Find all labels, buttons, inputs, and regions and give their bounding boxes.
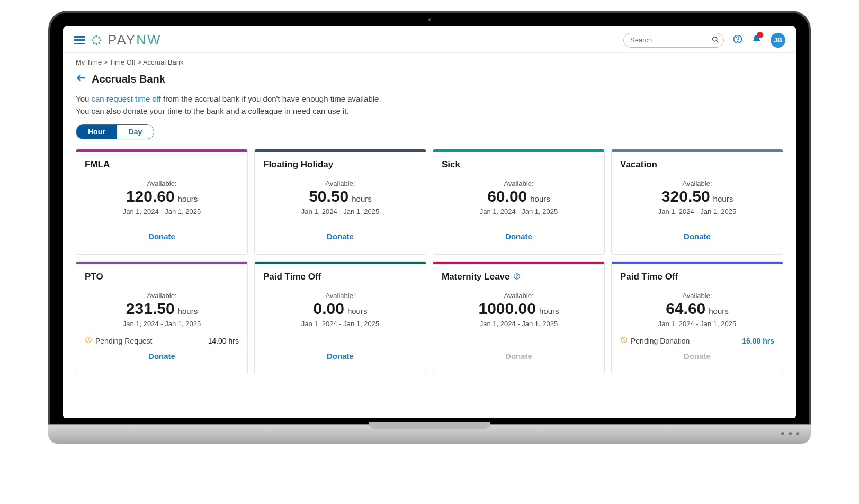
- svg-point-0: [95, 35, 97, 37]
- accrual-card-floating: Floating HolidayAvailable:50.50hoursJan …: [254, 149, 426, 255]
- donate-link[interactable]: Donate: [148, 232, 175, 241]
- available-value: 120.60: [126, 187, 175, 205]
- svg-point-6: [93, 42, 95, 44]
- bell-icon[interactable]: [751, 34, 762, 47]
- available-unit: hours: [713, 194, 733, 203]
- svg-point-8: [713, 37, 717, 41]
- donate-link[interactable]: Donate: [505, 232, 532, 241]
- accrual-period: Jan 1, 2024 - Jan 1, 2025: [620, 208, 774, 215]
- search-input[interactable]: [623, 33, 724, 48]
- accrual-card-maternity: Maternity Leave Available:1000.00hoursJa…: [433, 261, 605, 374]
- available-unit: hours: [539, 307, 559, 316]
- logo-pay: PAY: [108, 32, 136, 48]
- available-label: Available:: [442, 292, 596, 300]
- available-unit: hours: [178, 194, 198, 203]
- clock-icon: [620, 336, 628, 345]
- accrual-period: Jan 1, 2024 - Jan 1, 2025: [85, 208, 239, 215]
- request-time-off-link[interactable]: can request time off: [91, 94, 160, 103]
- available-value: 320.50: [661, 187, 710, 205]
- available-unit: hours: [178, 307, 198, 316]
- available-label: Available:: [620, 292, 774, 300]
- help-icon[interactable]: [732, 34, 743, 47]
- svg-point-4: [93, 37, 95, 39]
- donate-link: Donate: [505, 352, 532, 361]
- accrual-period: Jan 1, 2024 - Jan 1, 2025: [442, 208, 596, 215]
- donate-link[interactable]: Donate: [148, 352, 175, 361]
- accrual-card-vacation: VacationAvailable:320.50hoursJan 1, 2024…: [611, 149, 783, 255]
- pending-label: Pending Donation: [631, 337, 690, 345]
- accrual-grid: FMLAAvailable:120.60hoursJan 1, 2024 - J…: [76, 149, 783, 374]
- available-label: Available:: [85, 179, 239, 187]
- search-icon[interactable]: [711, 35, 720, 46]
- pending-row: Pending Request14.00 hrs: [85, 336, 239, 345]
- clock-icon: [85, 336, 92, 345]
- avatar[interactable]: JB: [771, 33, 785, 48]
- available-label: Available:: [263, 179, 417, 187]
- accrual-period: Jan 1, 2024 - Jan 1, 2025: [620, 320, 774, 328]
- help-tooltip-icon[interactable]: [513, 273, 521, 282]
- laptop-base: [48, 424, 811, 444]
- available-label: Available:: [620, 179, 774, 187]
- accrual-period: Jan 1, 2024 - Jan 1, 2025: [263, 208, 417, 215]
- accrual-period: Jan 1, 2024 - Jan 1, 2025: [442, 320, 596, 328]
- accrual-card-pto: PTOAvailable:231.50hoursJan 1, 2024 - Ja…: [76, 261, 248, 374]
- base-dots: [781, 432, 799, 435]
- available-value: 64.60: [666, 300, 705, 318]
- laptop-notch: [369, 422, 490, 429]
- toggle-hour[interactable]: Hour: [76, 125, 117, 139]
- laptop-frame: PAYNW: [48, 11, 811, 444]
- top-bar: PAYNW: [63, 26, 796, 53]
- svg-point-1: [95, 43, 97, 45]
- available-value: 231.50: [126, 300, 175, 318]
- available-label: Available:: [442, 179, 596, 187]
- logo-nw: NW: [136, 32, 161, 48]
- donate-link[interactable]: Donate: [327, 232, 354, 241]
- available-value: 60.00: [487, 187, 527, 205]
- available-value: 0.00: [314, 300, 344, 318]
- camera-dot: [428, 18, 431, 21]
- card-title: PTO: [85, 272, 239, 282]
- svg-line-9: [717, 41, 718, 42]
- card-title: Floating Holiday: [263, 159, 417, 170]
- app-screen: PAYNW: [63, 26, 796, 418]
- available-value: 1000.00: [479, 300, 536, 318]
- svg-point-11: [737, 41, 738, 41]
- card-title: Paid Time Off: [263, 272, 417, 282]
- svg-point-2: [92, 39, 94, 41]
- menu-icon[interactable]: [74, 36, 85, 44]
- pending-row: Pending Donation16.00 hrs: [620, 336, 774, 345]
- unit-toggle: Hour Day: [76, 124, 154, 139]
- toggle-day[interactable]: Day: [117, 125, 154, 139]
- logo-icon: [91, 34, 102, 46]
- available-unit: hours: [347, 307, 368, 316]
- page-title: Accruals Bank: [92, 73, 165, 85]
- pending-value: 16.00 hrs: [742, 337, 774, 345]
- laptop-bezel: PAYNW: [48, 11, 811, 424]
- card-title: Sick: [442, 159, 596, 170]
- accrual-card-paid2: Paid Time OffAvailable:64.60hoursJan 1, …: [611, 261, 783, 374]
- accrual-card-fmla: FMLAAvailable:120.60hoursJan 1, 2024 - J…: [76, 149, 248, 255]
- donate-link: Donate: [684, 352, 711, 361]
- available-unit: hours: [352, 194, 372, 203]
- available-value: 50.50: [309, 187, 348, 205]
- svg-point-3: [100, 39, 102, 41]
- accrual-card-sick: SickAvailable:60.00hoursJan 1, 2024 - Ja…: [433, 149, 605, 255]
- back-arrow-icon[interactable]: [76, 73, 86, 86]
- pending-label: Pending Request: [95, 337, 152, 345]
- search-wrap: [623, 33, 724, 48]
- accrual-card-paid1: Paid Time OffAvailable:0.00hoursJan 1, 2…: [254, 261, 426, 374]
- accrual-period: Jan 1, 2024 - Jan 1, 2025: [263, 320, 417, 328]
- intro-text: You can request time off from the accrua…: [76, 93, 783, 117]
- svg-point-5: [98, 37, 100, 39]
- logo-text: PAYNW: [108, 32, 162, 48]
- accrual-period: Jan 1, 2024 - Jan 1, 2025: [85, 320, 239, 328]
- donate-link[interactable]: Donate: [327, 352, 354, 361]
- available-unit: hours: [530, 194, 550, 203]
- available-unit: hours: [709, 307, 729, 316]
- svg-point-15: [516, 277, 517, 278]
- card-title: Paid Time Off: [620, 272, 774, 282]
- donate-link[interactable]: Donate: [684, 232, 711, 241]
- pending-value: 14.00 hrs: [208, 337, 239, 345]
- breadcrumb[interactable]: My Time > Time Off > Accrual Bank: [76, 58, 783, 66]
- card-title: Vacation: [620, 159, 774, 170]
